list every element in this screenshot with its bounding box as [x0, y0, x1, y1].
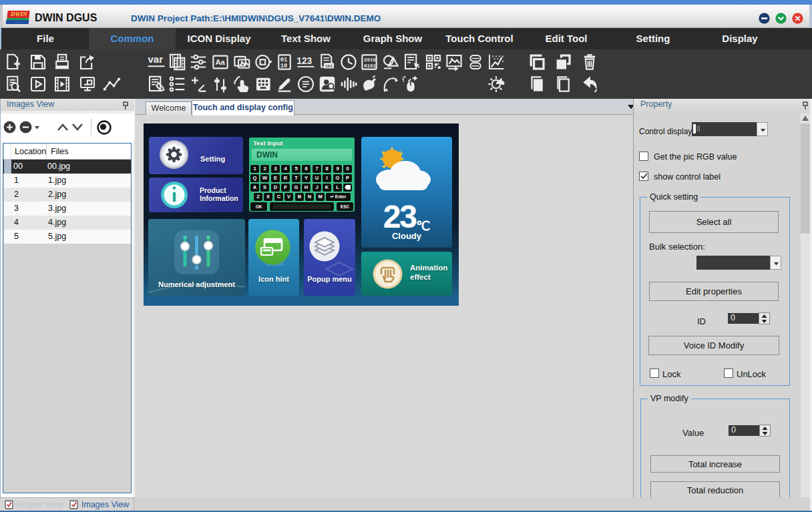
svg-text:2015: 2015 — [364, 57, 377, 63]
svg-text:1X1: 1X1 — [325, 63, 333, 68]
svg-text:0101: 0101 — [364, 63, 377, 69]
svg-text:var: var — [148, 53, 164, 65]
svg-text:10: 10 — [280, 63, 288, 69]
svg-text:123: 123 — [296, 56, 312, 66]
svg-text:Aa: Aa — [216, 58, 226, 66]
